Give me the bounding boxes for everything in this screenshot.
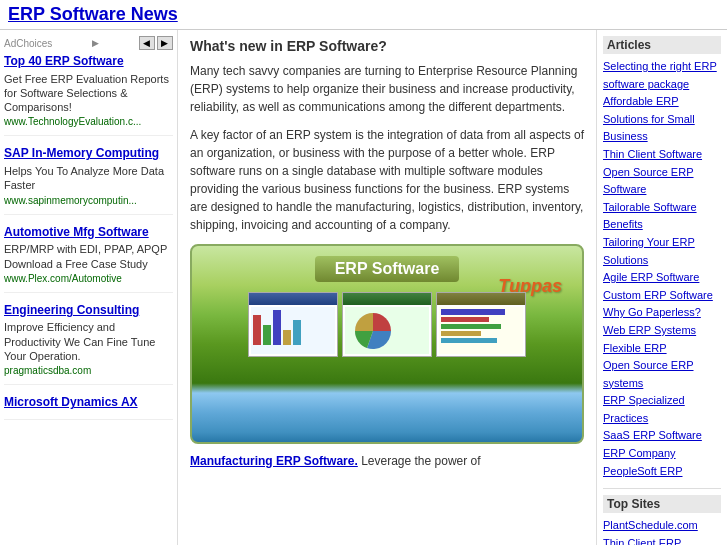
ad-next-button[interactable]: ▶ bbox=[157, 36, 173, 50]
erp-screen-3 bbox=[436, 292, 526, 357]
ad-nav-buttons: ◀ ▶ bbox=[139, 36, 173, 50]
article-link-3[interactable]: Thin Client Software bbox=[603, 146, 721, 164]
table-row-1 bbox=[441, 309, 505, 315]
chart-bar-1 bbox=[253, 315, 261, 345]
erp-image-label: ERP Software bbox=[315, 256, 460, 282]
erp-screen-2 bbox=[342, 292, 432, 357]
right-sidebar: Articles Selecting the right ERP softwar… bbox=[597, 30, 727, 545]
articles-section: Articles Selecting the right ERP softwar… bbox=[603, 36, 721, 480]
main-paragraph-1: Many tech savvy companies are turning to… bbox=[190, 62, 584, 116]
sidebar-ad-4: Engineering Consulting Improve Efficienc… bbox=[4, 303, 173, 385]
top-sites-section: Top Sites PlantSchedule.com Thin Client … bbox=[603, 495, 721, 545]
article-link-9[interactable]: Why Go Paperless? bbox=[603, 304, 721, 322]
erp-image-box: ERP Software Tuppas bbox=[190, 244, 584, 444]
table-row-3 bbox=[441, 324, 501, 329]
pie-slice-1 bbox=[373, 313, 391, 331]
article-link-16[interactable]: PeopleSoft ERP bbox=[603, 463, 721, 481]
main-bottom-text: Leverage the power of bbox=[358, 454, 481, 468]
sidebar-ad-1: Top 40 ERP Software Get Free ERP Evaluat… bbox=[4, 54, 173, 136]
erp-screen-content-1 bbox=[251, 307, 335, 354]
ad-choices-label: AdChoices bbox=[4, 38, 52, 49]
table-row-4 bbox=[441, 331, 481, 336]
main-content: What's new in ERP Software? Many tech sa… bbox=[178, 30, 597, 545]
table-row-5 bbox=[441, 338, 497, 343]
top-site-link-1[interactable]: Thin Client ERP Software bbox=[603, 535, 721, 545]
sidebar-ad-3-title[interactable]: Automotive Mfg Software bbox=[4, 225, 173, 241]
ad-prev-button[interactable]: ◀ bbox=[139, 36, 155, 50]
article-link-15[interactable]: ERP Company bbox=[603, 445, 721, 463]
sidebar-ad-5-title[interactable]: Microsoft Dynamics AX bbox=[4, 395, 173, 411]
articles-title: Articles bbox=[603, 36, 721, 54]
article-link-10[interactable]: Web ERP Systems bbox=[603, 322, 721, 340]
article-link-11[interactable]: Flexible ERP bbox=[603, 340, 721, 358]
ad-choices-icon: ▶ bbox=[92, 38, 99, 48]
article-link-14[interactable]: SaaS ERP Software bbox=[603, 427, 721, 445]
article-link-6[interactable]: Tailoring Your ERP Solutions bbox=[603, 234, 721, 269]
erp-screen-content-2 bbox=[345, 307, 429, 354]
chart-bar-3 bbox=[273, 310, 281, 345]
sidebar-ad-4-title[interactable]: Engineering Consulting bbox=[4, 303, 173, 319]
sidebar-ad-4-desc: Improve Efficiency and Productivity We C… bbox=[4, 320, 173, 363]
table-row-2 bbox=[441, 317, 489, 322]
erp-screen-bar-3 bbox=[437, 293, 525, 305]
chart-bar-2 bbox=[263, 325, 271, 345]
pie-chart-svg bbox=[345, 307, 431, 355]
article-link-4[interactable]: Open Source ERP Software bbox=[603, 164, 721, 199]
sidebar-ad-5: Microsoft Dynamics AX bbox=[4, 395, 173, 420]
sidebar-ad-2-desc: Helps You To Analyze More Data Faster bbox=[4, 164, 173, 193]
erp-chart-1 bbox=[251, 307, 335, 347]
article-link-5[interactable]: Tailorable Software Benefits bbox=[603, 199, 721, 234]
section-divider bbox=[603, 488, 721, 489]
sidebar-ad-3-url: www.Plex.com/Automotive bbox=[4, 273, 169, 284]
erp-screen-1 bbox=[248, 292, 338, 357]
left-sidebar: AdChoices ▶ ◀ ▶ Top 40 ERP Software Get … bbox=[0, 30, 178, 545]
sidebar-ad-4-url: pragmaticsdba.com bbox=[4, 365, 169, 376]
top-sites-title: Top Sites bbox=[603, 495, 721, 513]
pie-slice-4 bbox=[355, 313, 373, 331]
erp-screen-content-3 bbox=[439, 307, 523, 354]
erp-screen-bar-1 bbox=[249, 293, 337, 305]
main-heading: What's new in ERP Software? bbox=[190, 38, 584, 54]
sidebar-ad-1-title[interactable]: Top 40 ERP Software bbox=[4, 54, 173, 70]
sidebar-ad-3: Automotive Mfg Software ERP/MRP with EDI… bbox=[4, 225, 173, 293]
article-link-7[interactable]: Agile ERP Software bbox=[603, 269, 721, 287]
sidebar-ad-1-url: www.TechnologyEvaluation.c... bbox=[4, 116, 169, 127]
article-link-2[interactable]: Solutions for Small Business bbox=[603, 111, 721, 146]
main-paragraph-2: A key factor of an ERP system is the int… bbox=[190, 126, 584, 234]
sidebar-ad-3-desc: ERP/MRP with EDI, PPAP, APQP Download a … bbox=[4, 242, 173, 271]
top-site-link-0[interactable]: PlantSchedule.com bbox=[603, 517, 721, 535]
article-link-1[interactable]: Affordable ERP bbox=[603, 93, 721, 111]
article-link-8[interactable]: Custom ERP Software bbox=[603, 287, 721, 305]
erp-screen-bar-2 bbox=[343, 293, 431, 305]
sidebar-ad-2-url: www.sapinmemorycomputin... bbox=[4, 195, 169, 206]
page-title-link[interactable]: ERP Software News bbox=[8, 4, 178, 24]
sidebar-ad-1-desc: Get Free ERP Evaluation Reports for Soft… bbox=[4, 72, 173, 115]
ad-choices-bar: AdChoices ▶ ◀ ▶ bbox=[4, 36, 173, 50]
sidebar-ad-2: SAP In-Memory Computing Helps You To Ana… bbox=[4, 146, 173, 214]
manufacturing-erp-link[interactable]: Manufacturing ERP Software. bbox=[190, 454, 358, 468]
page-title-bar: ERP Software News bbox=[0, 0, 727, 30]
article-link-13[interactable]: ERP Specialized Practices bbox=[603, 392, 721, 427]
chart-bar-4 bbox=[283, 330, 291, 345]
chart-bar-5 bbox=[293, 320, 301, 345]
erp-screens bbox=[202, 292, 572, 357]
main-bottom-section: Manufacturing ERP Software. Leverage the… bbox=[190, 454, 584, 468]
sidebar-ad-2-title[interactable]: SAP In-Memory Computing bbox=[4, 146, 173, 162]
article-link-12[interactable]: Open Source ERP systems bbox=[603, 357, 721, 392]
article-link-0[interactable]: Selecting the right ERP software package bbox=[603, 58, 721, 93]
